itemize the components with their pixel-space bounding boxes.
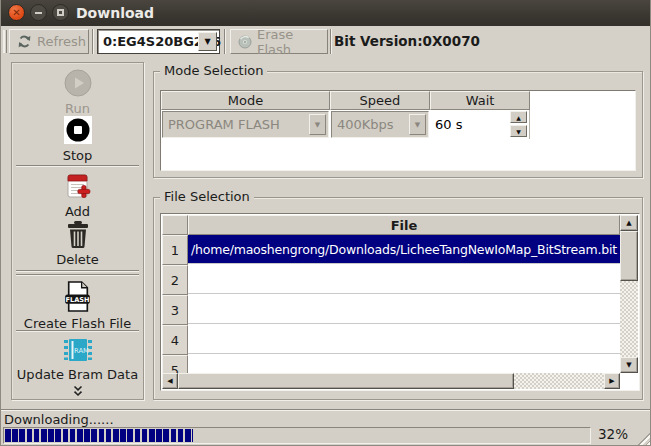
sidebar-separator	[16, 274, 139, 276]
mode-selection-title: Mode Selection	[160, 63, 267, 78]
erase-flash-button[interactable]: Erase Flash	[230, 29, 328, 54]
erase-flash-icon	[238, 35, 252, 49]
vertical-scrollbar-thumb[interactable]	[620, 231, 638, 281]
statusbar: Downloading...... 32%	[1, 409, 651, 446]
bram-icon: RAM	[63, 337, 93, 363]
speed-column-header: Speed	[330, 91, 430, 110]
toolbar-grip[interactable]	[3, 30, 7, 53]
close-icon: ✕	[12, 8, 20, 18]
arrow-up-icon: ▲	[626, 219, 631, 227]
horizontal-scrollbar[interactable]: ◀ ▶	[162, 373, 620, 389]
sidebar-separator	[16, 270, 139, 272]
row-number-cell[interactable]: 1	[162, 235, 188, 265]
file-table-row[interactable]: 1 /home/maoshengrong/Downloads/LicheeTan…	[162, 235, 620, 265]
run-icon	[64, 69, 92, 97]
toolbar-separator	[224, 29, 226, 54]
chevron-double-down-icon	[73, 385, 83, 397]
resize-grip-icon[interactable]	[636, 430, 651, 445]
file-selection-title: File Selection	[160, 189, 254, 204]
flash-file-icon: FLASH	[64, 281, 91, 312]
refresh-button[interactable]: Refresh	[9, 29, 89, 54]
scroll-up-button[interactable]: ▲	[620, 215, 638, 231]
maximize-icon	[57, 9, 64, 16]
progress-percent-label: 32%	[598, 426, 628, 442]
file-column-header: File	[188, 215, 620, 235]
row-number-cell[interactable]: 3	[162, 295, 188, 325]
toolbar: Refresh 0:EG4S20BG256 ▼ Erase Flash Bit …	[1, 26, 651, 57]
scroll-left-button[interactable]: ◀	[162, 373, 178, 389]
delete-button[interactable]: Delete	[13, 220, 142, 267]
arrow-down-icon: ▼	[516, 128, 521, 135]
mode-combobox-value: PROGRAM FLASH	[168, 112, 280, 137]
file-table-row[interactable]: 3	[162, 295, 620, 325]
vertical-scrollbar[interactable]: ▲ ▼	[620, 215, 638, 373]
run-label: Run	[13, 101, 142, 116]
delete-icon	[65, 220, 91, 248]
svg-text:RAM: RAM	[74, 347, 89, 355]
scroll-right-button[interactable]: ▶	[604, 373, 620, 389]
sidebar: Run Stop	[11, 62, 144, 400]
wait-spin-down-button[interactable]: ▼	[510, 125, 527, 137]
file-table-row[interactable]: 2	[162, 265, 620, 295]
file-path-cell[interactable]	[188, 295, 620, 324]
file-path-cell[interactable]	[188, 265, 620, 294]
sidebar-more-button[interactable]	[13, 385, 142, 400]
speed-combobox[interactable]: 400Kbps ▼	[331, 111, 429, 138]
status-text: Downloading......	[4, 412, 114, 427]
file-table-row[interactable]: 4	[162, 325, 620, 355]
stop-icon	[64, 116, 92, 144]
titlebar: ✕ Download	[0, 0, 651, 26]
file-table: File 1 /home/maoshengrong/Downloads/Lich…	[160, 213, 640, 391]
stop-button[interactable]: Stop	[13, 116, 142, 163]
close-button[interactable]: ✕	[8, 4, 25, 21]
update-bram-data-label: Update Bram Data	[13, 367, 142, 382]
row-number-cell[interactable]: 2	[162, 265, 188, 295]
arrow-right-icon: ▶	[609, 377, 614, 385]
chevron-down-icon: ▼	[204, 37, 210, 46]
mode-combobox[interactable]: PROGRAM FLASH ▼	[162, 111, 329, 138]
file-path-cell[interactable]	[188, 355, 620, 373]
sidebar-separator	[16, 165, 139, 167]
add-button[interactable]: Add	[13, 172, 142, 219]
scroll-down-button[interactable]: ▼	[620, 357, 638, 373]
mode-table-row: PROGRAM FLASH ▼ 400Kbps ▼ 60 s ▲ ▼	[161, 110, 635, 139]
create-flash-file-button[interactable]: FLASH Create Flash File	[13, 281, 142, 331]
mode-combobox-drop-button[interactable]: ▼	[309, 114, 326, 135]
device-combobox-drop-button[interactable]: ▼	[198, 32, 217, 51]
arrow-down-icon: ▼	[626, 361, 631, 369]
wait-spinbox-value: 60 s	[435, 110, 462, 139]
wait-spinbox[interactable]: 60 s ▲ ▼	[430, 110, 530, 139]
corner-header-cell	[162, 215, 188, 235]
file-selection-group: File Selection File 1 /home/maoshengrong…	[153, 197, 643, 400]
row-number-cell[interactable]: 4	[162, 325, 188, 355]
file-path-cell[interactable]	[188, 325, 620, 354]
refresh-icon	[17, 34, 32, 49]
device-combobox[interactable]: 0:EG4S20BG256 ▼	[97, 29, 220, 54]
speed-combobox-value: 400Kbps	[337, 112, 394, 137]
update-bram-data-button[interactable]: RAM Update Bram Data	[13, 337, 142, 382]
wait-spin-up-button[interactable]: ▲	[510, 111, 527, 123]
svg-text:FLASH: FLASH	[65, 296, 89, 304]
bit-version-label: Bit Version:0X0070	[334, 29, 480, 54]
minimize-icon	[35, 12, 42, 14]
maximize-button[interactable]	[52, 4, 69, 21]
download-window: ✕ Download Refresh 0:EG4S20BG256 ▼	[0, 0, 651, 446]
speed-combobox-drop-button[interactable]: ▼	[409, 114, 426, 135]
add-label: Add	[13, 204, 142, 219]
mode-column-header: Mode	[161, 91, 330, 110]
run-button[interactable]: Run	[13, 69, 142, 116]
file-path-cell[interactable]: /home/maoshengrong/Downloads/LicheeTangN…	[188, 235, 620, 264]
erase-flash-label: Erase Flash	[257, 27, 320, 57]
mode-selection-group: Mode Selection Mode Speed Wait PROGRAM F…	[153, 71, 643, 178]
arrow-up-icon: ▲	[516, 114, 521, 121]
progress-fill	[5, 429, 193, 442]
progress-bar	[3, 427, 591, 444]
window-title: Download	[76, 0, 154, 26]
file-table-row[interactable]: 5	[162, 355, 620, 373]
minimize-button[interactable]	[30, 4, 47, 21]
arrow-left-icon: ◀	[167, 377, 172, 385]
delete-label: Delete	[13, 252, 142, 267]
row-number-cell[interactable]: 5	[162, 355, 188, 373]
horizontal-scrollbar-thumb[interactable]	[178, 373, 514, 389]
wait-column-header: Wait	[430, 91, 530, 110]
